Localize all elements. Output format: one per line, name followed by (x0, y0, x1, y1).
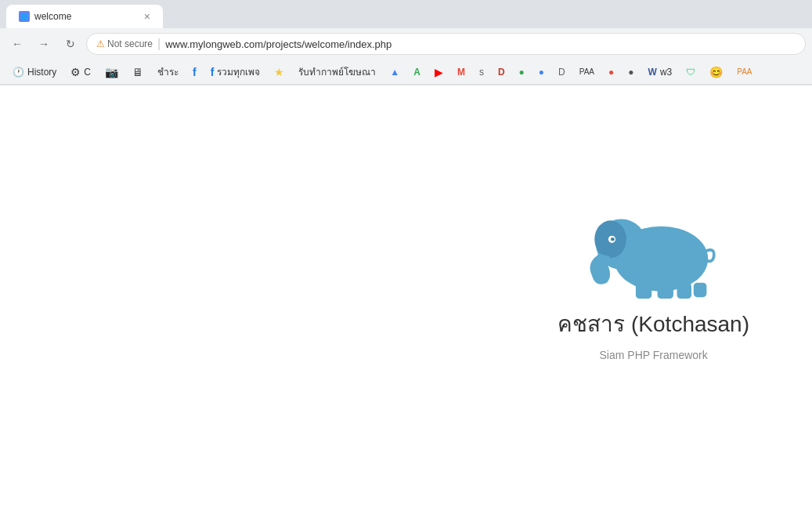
app-title: คชสาร (Kotchasan) (558, 306, 749, 341)
bookmark-monitor[interactable]: 🖥 (126, 63, 150, 81)
bookmark-rapkap[interactable]: รับทำกาพย์โฆษณา (292, 62, 382, 82)
forward-button[interactable]: → (33, 33, 55, 55)
paa-orange-label: PAA (737, 67, 752, 76)
s-label: s (479, 67, 484, 78)
tab-favicon: 🌐 (19, 11, 30, 22)
svg-rect-6 (693, 283, 706, 297)
bookmark-settings[interactable]: ⚙ C (64, 63, 97, 81)
kotchasan-container: คชสาร (Kotchasan) Siam PHP Framework (558, 205, 749, 361)
not-secure-label: Not secure (107, 38, 153, 49)
browser-tab[interactable]: 🌐 welcome × (6, 5, 163, 28)
facebook-page-icon: f (211, 66, 215, 78)
bookmark-s[interactable]: s (473, 64, 490, 80)
url-input[interactable] (165, 38, 796, 50)
bookmark-c-label: C (84, 67, 91, 78)
star-icon: ★ (274, 66, 284, 78)
bookmarks-bar: 🕐 History ⚙ C 📷 🖥 ชำระ f f รวมทุกเพจ (0, 60, 812, 85)
bookmark-w3-label: w3 (660, 67, 672, 78)
history-icon: 🕐 (13, 67, 24, 78)
forward-icon: → (38, 38, 49, 50)
back-icon: ← (12, 38, 23, 50)
bookmark-green[interactable]: ● (513, 64, 531, 80)
svg-rect-4 (657, 283, 673, 299)
shield-icon: 🛡 (686, 67, 695, 78)
bookmark-drive[interactable]: ▲ (384, 64, 406, 80)
bookmark-paa[interactable]: PAA (573, 65, 601, 78)
chamra-label: ชำระ (157, 64, 179, 79)
page-content: คชสาร (Kotchasan) Siam PHP Framework (0, 85, 812, 511)
tab-close-button[interactable]: × (144, 10, 150, 23)
bookmark-d-gray[interactable]: D (552, 64, 572, 80)
svg-rect-5 (677, 283, 691, 299)
bookmark-history[interactable]: 🕐 History (6, 64, 63, 80)
red-icon: ● (608, 67, 614, 78)
bookmark-dot[interactable]: ● (622, 64, 640, 80)
bookmark-facebook-page[interactable]: f รวมทุกเพจ (204, 62, 267, 82)
address-bar: ← → ↻ ⚠ Not secure | (0, 28, 812, 60)
gmail-icon: M (457, 67, 465, 78)
blue-circle-icon: ● (539, 67, 544, 78)
bookmark-blue-circle[interactable]: ● (532, 64, 550, 80)
url-bar: ⚠ Not secure | (86, 33, 806, 55)
dot-icon: ● (628, 67, 633, 78)
smiley-icon: 😊 (709, 66, 723, 78)
d-red-label: D (498, 67, 505, 78)
rapkap-label: รับทำกาพย์โฆษณา (298, 64, 376, 79)
bookmark-paa-orange[interactable]: PAA (731, 65, 758, 78)
bookmark-gmail[interactable]: M (451, 64, 471, 80)
bookmark-chamra[interactable]: ชำระ (151, 62, 185, 82)
wordpress-icon: W (648, 67, 657, 78)
bookmark-star[interactable]: ★ (268, 63, 291, 81)
back-button[interactable]: ← (6, 33, 28, 55)
green-icon: ● (519, 67, 525, 78)
app-subtitle: Siam PHP Framework (600, 349, 708, 361)
elephant-image (579, 205, 728, 299)
settings-icon: ⚙ (70, 66, 81, 78)
svg-rect-3 (636, 283, 651, 299)
bookmark-red-icon[interactable]: ● (602, 64, 620, 80)
bookmark-youtube[interactable]: ▶ (428, 63, 449, 81)
browser-chrome: 🌐 welcome × ← → ↻ ⚠ Not secure | 🕐 Hi (0, 0, 812, 85)
refresh-button[interactable]: ↻ (60, 33, 81, 55)
ads-icon: A (413, 67, 420, 78)
bookmark-wordpress[interactable]: W w3 (642, 64, 679, 80)
bookmark-history-label: History (27, 67, 56, 78)
bookmark-ruampage-label: รวมทุกเพจ (217, 64, 260, 79)
monitor-icon: 🖥 (132, 66, 143, 78)
paa-label: PAA (579, 67, 594, 76)
drive-icon: ▲ (390, 67, 399, 78)
not-secure-indicator: ⚠ Not secure (96, 38, 153, 49)
refresh-icon: ↻ (66, 38, 75, 50)
facebook-icon: f (193, 66, 197, 78)
d-gray-label: D (558, 67, 565, 78)
tab-bar: 🌐 welcome × (0, 0, 812, 28)
bookmark-screenshot[interactable]: 📷 (99, 63, 125, 81)
svg-point-8 (611, 237, 615, 241)
bookmark-shield[interactable]: 🛡 (680, 64, 702, 80)
youtube-icon: ▶ (435, 66, 443, 78)
tab-title: welcome (34, 11, 71, 22)
bookmark-d-red[interactable]: D (492, 64, 511, 80)
separator: | (157, 37, 161, 51)
bookmark-ads[interactable]: A (407, 64, 427, 80)
bookmark-facebook[interactable]: f (186, 63, 203, 81)
screenshot-icon: 📷 (105, 66, 118, 78)
warning-icon: ⚠ (96, 38, 105, 49)
bookmark-smiley[interactable]: 😊 (703, 63, 729, 81)
